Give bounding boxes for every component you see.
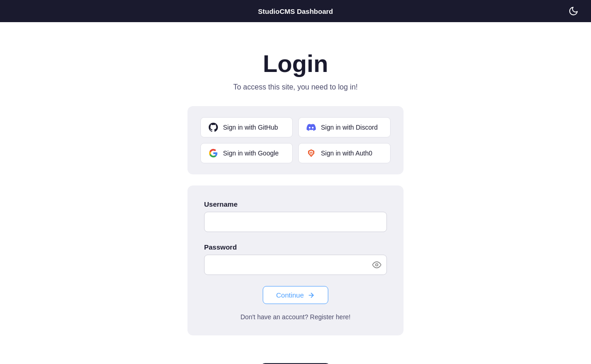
page-title: Login <box>263 50 328 78</box>
password-wrapper <box>204 255 387 275</box>
navbar-title: StudioCMS Dashboard <box>258 7 333 15</box>
sign-in-github-button[interactable]: Sign in with GitHub <box>200 117 293 137</box>
auth0-button-label: Sign in with Auth0 <box>321 149 372 157</box>
sign-in-auth0-button[interactable]: Sign in with Auth0 <box>298 143 391 163</box>
toggle-password-visibility-button[interactable] <box>372 260 381 269</box>
form-card: Username Password Continue <box>187 185 404 335</box>
password-label: Password <box>204 243 387 251</box>
moon-icon <box>568 6 579 16</box>
continue-label: Continue <box>276 291 304 299</box>
sign-in-discord-button[interactable]: Sign in with Discord <box>298 117 391 137</box>
main-content: Login To access this site, you need to l… <box>0 22 591 354</box>
discord-icon <box>306 122 316 132</box>
discord-button-label: Sign in with Discord <box>321 124 378 131</box>
google-button-label: Sign in with Google <box>223 149 279 157</box>
auth0-icon <box>306 148 316 158</box>
arrow-right-icon <box>308 292 315 299</box>
username-input[interactable] <box>204 212 387 232</box>
eye-icon <box>372 260 381 269</box>
google-icon <box>208 148 218 158</box>
continue-button[interactable]: Continue <box>263 286 328 304</box>
sign-in-google-button[interactable]: Sign in with Google <box>200 143 293 163</box>
github-button-label: Sign in with GitHub <box>223 124 278 131</box>
github-icon <box>208 122 218 132</box>
oauth-card: Sign in with GitHub Sign in with Discord <box>187 106 404 174</box>
register-text: Don't have an account? Register here! <box>204 313 387 321</box>
form-actions: Continue Don't have an account? Register… <box>204 286 387 321</box>
password-input[interactable] <box>204 255 387 275</box>
svg-point-4 <box>376 264 378 266</box>
username-group: Username <box>204 200 387 232</box>
navbar: StudioCMS Dashboard <box>0 0 591 22</box>
page-subtitle: To access this site, you need to log in! <box>233 83 357 91</box>
theme-toggle-button[interactable] <box>565 3 582 19</box>
username-label: Username <box>204 200 387 208</box>
password-group: Password <box>204 243 387 275</box>
